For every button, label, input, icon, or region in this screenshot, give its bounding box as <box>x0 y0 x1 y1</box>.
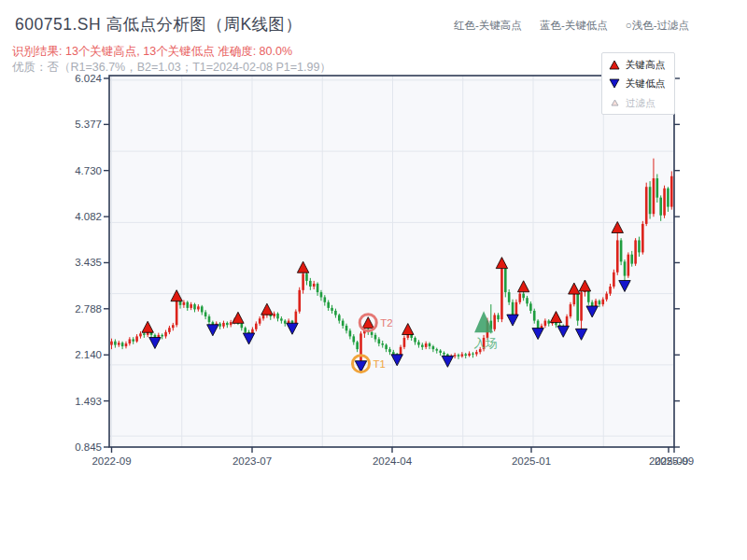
candle-body <box>298 290 301 312</box>
y-tick-label: 5.377 <box>75 119 102 130</box>
candle-body <box>345 326 348 330</box>
candle-body <box>425 343 428 347</box>
candle-body <box>458 355 460 357</box>
y-tick-label: 1.493 <box>75 396 102 407</box>
candle-body <box>164 332 167 337</box>
candle-body <box>327 302 330 308</box>
candle-body <box>512 302 514 315</box>
candle-body <box>580 292 583 321</box>
candle-body <box>204 312 207 316</box>
candle-body <box>638 240 641 252</box>
candle-body <box>634 240 637 263</box>
legend-item-key-low: 关键低点 <box>609 78 674 89</box>
candle-body <box>439 351 442 353</box>
candle-body <box>624 261 627 275</box>
candle-body <box>659 198 662 216</box>
candle-body <box>284 321 287 324</box>
candle-body <box>161 335 163 337</box>
candle-body <box>139 333 142 336</box>
candle <box>613 270 615 289</box>
candle-body <box>526 298 529 303</box>
candle-body <box>599 301 601 304</box>
x-tick-label: 2022-09 <box>92 455 131 467</box>
candle-body <box>172 325 175 328</box>
candle-body <box>667 189 669 207</box>
candle-body <box>334 311 337 315</box>
y-tick-label: 2.140 <box>75 349 102 360</box>
key-high-triangle-icon <box>609 60 620 70</box>
candle-body <box>241 324 244 329</box>
plot-area <box>109 76 674 447</box>
candle-body <box>497 315 500 320</box>
candle-body <box>262 315 265 319</box>
candle-body <box>500 269 503 319</box>
candle-body <box>645 187 648 224</box>
candle-body <box>385 345 388 350</box>
candle-body <box>309 281 312 287</box>
candle-body <box>259 318 261 323</box>
candle-body <box>464 354 467 356</box>
candle-body <box>392 352 395 354</box>
candle-body <box>641 224 644 253</box>
candle-body <box>656 178 659 198</box>
candle-body <box>454 355 457 357</box>
candle-body <box>226 323 229 325</box>
candle-body <box>193 304 196 309</box>
candle-body <box>197 306 200 309</box>
legend-item-label: 过滤点 <box>626 98 655 108</box>
x-tick-label: 2025-01 <box>512 455 551 467</box>
candle-body <box>414 338 416 343</box>
candle <box>663 186 666 218</box>
candle-body <box>609 287 612 294</box>
y-tick-label: 3.435 <box>75 257 102 268</box>
candle-body <box>620 240 623 261</box>
candle <box>627 252 630 277</box>
candle-body <box>143 333 146 335</box>
x-tick-label: 2025-09 <box>655 455 694 467</box>
candle-body <box>475 352 478 354</box>
candle-body <box>356 343 359 350</box>
candle-body <box>429 343 431 346</box>
candle-body <box>653 178 655 214</box>
candle-body <box>273 314 275 316</box>
candle-body <box>573 294 576 304</box>
candle-body <box>342 321 345 326</box>
candle-body <box>595 301 598 306</box>
candle-body <box>201 306 204 312</box>
candle-body <box>403 338 406 347</box>
candle <box>641 221 644 255</box>
candle-body <box>129 339 132 343</box>
x-tick-label: 2023-07 <box>233 455 272 467</box>
candle-body <box>630 255 633 264</box>
candle-body <box>276 314 279 318</box>
candle <box>493 313 496 331</box>
candle-body <box>613 273 615 287</box>
candle <box>298 287 301 314</box>
candle-body <box>110 342 113 345</box>
y-tick-label: 4.082 <box>75 211 102 222</box>
candle-body <box>313 284 316 287</box>
candle-body <box>576 294 579 321</box>
filtered-triangle-icon <box>609 97 620 107</box>
candle <box>620 238 623 265</box>
candle-body <box>515 302 518 315</box>
candle-body <box>533 311 536 321</box>
candle-body <box>605 294 608 300</box>
candle-body <box>186 302 189 308</box>
candle-body <box>183 302 186 305</box>
candle-body <box>381 343 384 345</box>
candle-body <box>324 297 327 301</box>
candle <box>634 238 637 266</box>
candle-body <box>349 330 352 336</box>
stock-analysis-page: 600751.SH 高低点分析图（周K线图） 识别结果: 13个关键高点, 13… <box>0 0 747 560</box>
candle-body <box>443 353 445 355</box>
y-tick-label: 4.730 <box>75 165 102 176</box>
candle-body <box>529 303 532 311</box>
candle-body <box>522 294 525 299</box>
candle-body <box>317 284 319 292</box>
candle-body <box>544 321 547 326</box>
candle-body <box>305 273 308 281</box>
candle-body <box>218 324 221 327</box>
candle-body <box>371 332 374 335</box>
candle-body <box>435 349 438 351</box>
